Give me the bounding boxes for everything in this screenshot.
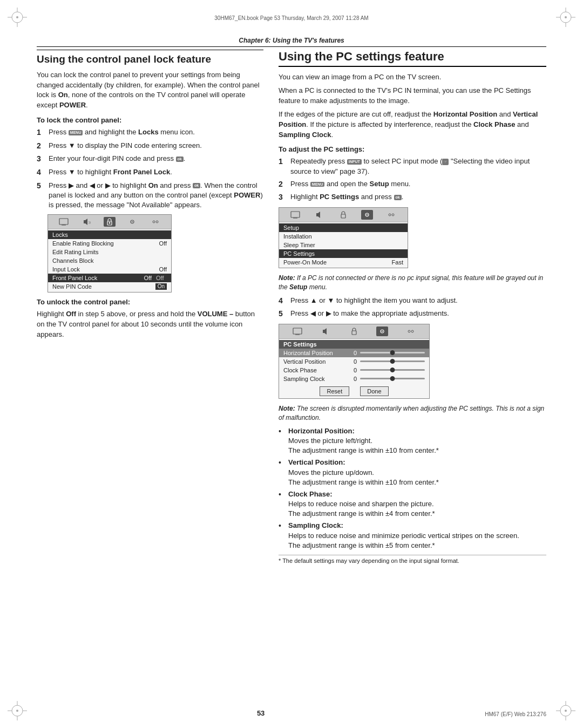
file-info-text: 30HM67_EN.book Page 53 Thursday, March 2… xyxy=(214,15,368,21)
svg-point-34 xyxy=(153,221,155,223)
svg-point-43 xyxy=(389,214,391,216)
file-info: 30HM67_EN.book Page 53 Thursday, March 2… xyxy=(38,15,545,21)
pc-buttons-row: Reset Done xyxy=(279,384,429,398)
menu-icon-2: MENU xyxy=(310,182,325,187)
bullet-clock-phase: • Clock Phase: Helps to reduce noise and… xyxy=(279,489,546,519)
note-2: Note: The screen is disrupted momentaril… xyxy=(279,404,546,423)
unlock-subsection-title: To unlock the control panel: xyxy=(37,298,263,306)
menu-icon-sound: )))) xyxy=(81,217,93,227)
svg-point-33 xyxy=(132,221,133,222)
pc-row-sampling: Sampling Clock 0 xyxy=(279,375,429,383)
enter-icon-1: ok xyxy=(176,157,184,162)
content-area: Using the control panel lock feature You… xyxy=(37,50,546,696)
menu-row-edit-rating: Edit Rating Limits xyxy=(48,248,171,256)
setup-icon-picture xyxy=(289,210,301,220)
adjust-steps-list: 1 Repeatedly press INPUT to select PC in… xyxy=(279,157,546,203)
menu-icon-extra xyxy=(150,217,161,227)
left-intro: You can lock the control panel to preven… xyxy=(37,70,263,111)
corner-mark-tl xyxy=(8,8,27,27)
pc-slider-dot-vert xyxy=(390,359,395,364)
setup-icon-locks xyxy=(337,210,349,220)
svg-point-13 xyxy=(16,710,18,712)
setup-row-header: Setup xyxy=(279,223,408,232)
setup-icon-sound xyxy=(314,210,326,220)
svg-point-53 xyxy=(411,330,413,332)
left-column: Using the control panel lock feature You… xyxy=(37,50,263,696)
svg-rect-36 xyxy=(291,212,300,217)
pc-icon-locks xyxy=(348,326,360,336)
unlock-text: Highlight Off in step 5 above, or press … xyxy=(37,309,263,340)
menu-rows: Locks Enable Rating Blocking Off Edit Ra… xyxy=(48,229,171,292)
svg-point-31 xyxy=(109,222,110,224)
svg-rect-49 xyxy=(352,331,356,335)
lock-step-3: 3 Enter your four-digit PIN code and pre… xyxy=(37,154,263,165)
right-intro-1: You can view an image from a PC on the T… xyxy=(279,72,546,83)
adjust-steps-cont: 4 Press ▲ or ▼ to highlight the item you… xyxy=(279,296,546,319)
adjust-step-2: 2 Press MENU and open the Setup menu. xyxy=(279,179,546,190)
menu-icon-1: MENU xyxy=(69,130,83,135)
svg-point-44 xyxy=(392,214,394,216)
svg-marker-28 xyxy=(85,219,87,225)
pc-slider-dot-clock xyxy=(390,368,395,372)
menu-icon-locks xyxy=(104,217,116,227)
menu-row-channels: Channels Block xyxy=(48,256,171,265)
svg-point-42 xyxy=(367,214,368,215)
svg-point-52 xyxy=(408,330,410,332)
pc-icons-row xyxy=(279,324,429,339)
features-bullet-list: • Horizontal Position: Moves the picture… xyxy=(279,426,546,550)
menu-icons-row: )))) xyxy=(48,215,171,229)
svg-marker-48 xyxy=(324,328,327,335)
svg-rect-27 xyxy=(84,220,85,223)
corner-mark-tr xyxy=(556,8,575,27)
lock-step-1: 1 Press MENU and highlight the Locks men… xyxy=(37,127,263,138)
svg-point-19 xyxy=(565,710,567,712)
pc-slider-dot-sampling xyxy=(390,376,395,381)
menu-row-pin: New PIN Code On xyxy=(48,282,171,291)
svg-rect-47 xyxy=(323,330,324,333)
adjust-step-5: 5 Press ◀ or ▶ to make the appropriate a… xyxy=(279,309,546,319)
right-section-title: Using the PC settings feature xyxy=(279,50,546,67)
svg-point-7 xyxy=(565,16,567,18)
setup-row-poweron: Power-On Mode Fast xyxy=(279,258,408,267)
pc-slider-clock xyxy=(360,369,425,371)
locks-menu-screenshot: )))) Locks xyxy=(48,214,172,292)
svg-text:)))): )))) xyxy=(89,221,91,224)
pc-slider-horiz xyxy=(360,352,425,353)
right-column: Using the PC settings feature You can vi… xyxy=(279,50,546,696)
svg-rect-45 xyxy=(293,328,302,334)
pc-row-clock: Clock Phase 0 xyxy=(279,366,429,375)
pc-rows: PC Settings Horizontal Position 0 Vertic… xyxy=(279,339,429,384)
bullet-sampling-clock: • Sampling Clock: Helps to reduce noise … xyxy=(279,521,546,550)
see-icon: ☞ xyxy=(442,159,449,165)
svg-point-51 xyxy=(382,331,383,332)
bullet-horizontal: • Horizontal Position: Moves the picture… xyxy=(279,426,546,456)
menu-icon-picture xyxy=(58,217,70,227)
setup-row-sleep: Sleep Timer xyxy=(279,241,408,249)
right-intro-2: When a PC is connected to the TV's PC IN… xyxy=(279,86,546,106)
left-top-divider xyxy=(37,50,263,50)
svg-rect-24 xyxy=(59,219,68,224)
input-icon: INPUT xyxy=(347,159,362,165)
enter-icon-2: ok xyxy=(193,183,200,188)
setup-icons-row xyxy=(279,208,408,222)
adjust-step-3: 3 Highlight PC Settings and press ok. xyxy=(279,192,546,203)
lock-step-5: 5 Press ▶ and ◀ or ▶ to highlight On and… xyxy=(37,181,263,210)
setup-icon-extra xyxy=(385,210,397,220)
pc-header-row: PC Settings xyxy=(279,340,429,349)
note-1: Note: If a PC is not connected or there … xyxy=(279,274,546,292)
pc-slider-vert xyxy=(360,360,425,362)
pc-icon-picture xyxy=(292,326,303,336)
setup-row-installation: Installation xyxy=(279,232,408,241)
adjust-step-4: 4 Press ▲ or ▼ to highlight the item you… xyxy=(279,296,546,307)
reset-button[interactable]: Reset xyxy=(320,386,349,396)
svg-point-35 xyxy=(156,221,158,223)
corner-mark-bl xyxy=(8,701,27,720)
setup-icon-setup xyxy=(361,210,373,220)
adjust-subsection-title: To adjust the PC settings: xyxy=(279,145,546,153)
done-button[interactable]: Done xyxy=(360,386,388,396)
footnote: * The default settings may vary dependin… xyxy=(279,555,546,564)
pc-slider-sampling xyxy=(360,378,425,379)
pc-row-vert: Vertical Position 0 xyxy=(279,357,429,366)
pc-slider-dot-horiz xyxy=(390,350,395,355)
pc-row-horiz: Horizontal Position 0 xyxy=(279,349,429,357)
